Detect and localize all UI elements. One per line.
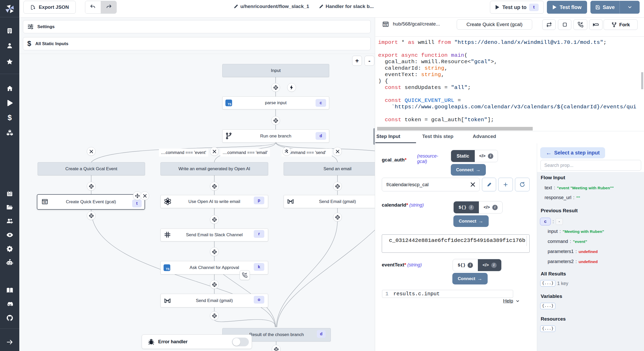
svg-text:31: 31 (43, 201, 46, 204)
svg-text:31: 31 (384, 23, 387, 26)
